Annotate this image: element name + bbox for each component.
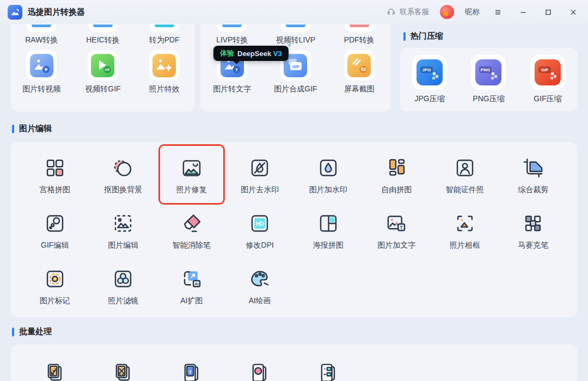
tool-item-batch-filter[interactable]	[226, 361, 295, 381]
tool-item-remove-watermark[interactable]: 图片去水印	[226, 156, 295, 195]
tool-item-heic-convert[interactable]: HEIC转换	[72, 24, 133, 45]
tool-item-photo-filter[interactable]: 照片滤镜	[89, 267, 158, 306]
batch-grid: T	[11, 345, 577, 381]
batch-crop-icon	[111, 361, 135, 381]
hot-compress-card: JPG JPG压缩 PNG	[400, 48, 577, 111]
tool-label: 智能消除笔	[173, 241, 211, 250]
converter-card-middle: 体验 DeepSeek V3 + LIVP转换 视频转LIVP	[200, 24, 391, 112]
tool-item-add-watermark[interactable]: 图片加水印	[294, 156, 363, 195]
tool-item-video-to-livp[interactable]: 视频转LIVP	[264, 24, 327, 45]
dpi-icon: HD	[248, 212, 272, 235]
tool-item-grid-collage[interactable]: 宫格拼图	[21, 156, 89, 195]
maximize-button[interactable]	[541, 7, 555, 18]
cut-row: LIVP转换 视频转LIVP PDF转换	[200, 24, 391, 45]
tool-label: GIF编辑	[41, 241, 69, 250]
tool-item-livp-convert[interactable]: LIVP转换	[201, 24, 264, 45]
tool-item-image-mark[interactable]: 图片标记	[21, 267, 89, 306]
svg-text:T: T	[235, 67, 238, 72]
tool-item-batch-add-text[interactable]: T	[157, 361, 226, 381]
tool-item-image-edit[interactable]: 图片编辑	[89, 212, 158, 250]
tool-item-comprehensive-crop[interactable]: 综合裁剪	[499, 156, 568, 195]
tool-item-id-photo[interactable]: 智能证件照	[431, 156, 499, 195]
tool-item-photo-effects[interactable]: 照片特效	[134, 50, 195, 94]
add-watermark-icon	[316, 156, 340, 180]
tool-label: JPG压缩	[415, 94, 445, 104]
tool-label: 图片转视频	[22, 84, 60, 94]
tool-item-pdf-convert[interactable]: PDF转换	[328, 24, 391, 45]
tool-label: 照片特效	[149, 84, 180, 94]
app-title: 迅捷图片转换器	[28, 7, 85, 17]
cutout-background-icon	[111, 156, 135, 180]
tool-label: 抠图换背景	[104, 185, 142, 195]
tool-item-raw-convert[interactable]: RAW转换	[11, 24, 72, 45]
tool-item-eraser-pen[interactable]: 智能消除笔	[157, 212, 226, 250]
avatar[interactable]	[440, 5, 454, 19]
cut-row: RAW转换 HEIC转换 转为PDF	[11, 24, 195, 45]
section-title: 批量处理	[19, 327, 52, 337]
free-collage-icon	[384, 156, 408, 180]
svg-text:PNG: PNG	[481, 67, 490, 72]
tool-item-dpi[interactable]: HD 修改DPI	[226, 212, 295, 250]
contact-support-button[interactable]: 联系客服	[387, 7, 429, 17]
contact-support-label: 联系客服	[400, 7, 429, 17]
image-mark-icon	[43, 267, 67, 291]
section-title: 热门压缩	[411, 31, 443, 41]
tool-item-gif-edit[interactable]: GIF编辑	[21, 212, 89, 250]
image-edit-card: 宫格拼图 抠图换背景 照片修复	[11, 142, 577, 317]
tool-item-batch-crop[interactable]	[89, 361, 158, 381]
deepseek-tooltip[interactable]: 体验 DeepSeek V3 +	[213, 46, 289, 61]
tool-label: 图片加水印	[309, 185, 347, 195]
tool-label: 智能证件照	[446, 185, 484, 195]
cut-icon	[150, 24, 179, 32]
remove-watermark-icon	[248, 156, 272, 180]
close-icon	[569, 9, 577, 16]
tool-item-video-to-gif[interactable]: GIF 视频转GIF	[72, 50, 133, 94]
svg-text:T: T	[188, 369, 192, 375]
tool-item-photo-repair[interactable]: 照片修复	[157, 156, 226, 195]
cut-icon	[217, 24, 247, 32]
tool-label: LIVP转换	[216, 35, 248, 45]
nickname[interactable]: 昵称	[465, 7, 480, 17]
minimize-button[interactable]	[516, 7, 530, 18]
tool-label: GIF压缩	[534, 94, 561, 104]
tool-item-screenshot[interactable]: 屏幕截图	[328, 50, 391, 94]
minimize-icon	[519, 9, 527, 16]
tool-item-ai-expand[interactable]: AI AI扩图	[157, 267, 226, 306]
tool-item-image-to-video[interactable]: 图片转视频	[11, 50, 72, 94]
section-accent-bar	[403, 32, 406, 41]
tool-item-gif-compress[interactable]: GIF GIF压缩	[530, 55, 565, 111]
tool-item-cutout-background[interactable]: 抠图换背景	[89, 156, 158, 195]
menu-button[interactable]	[491, 7, 505, 18]
sparkle-icon: +	[287, 41, 291, 49]
svg-text:JPG: JPG	[422, 67, 431, 72]
section-header-hot-compress: 热门压缩	[400, 24, 577, 48]
id-photo-icon	[453, 156, 477, 180]
tool-label: 屏幕截图	[344, 84, 375, 94]
batch-filter-icon	[248, 361, 272, 381]
tool-item-free-collage[interactable]: 自由拼图	[363, 156, 431, 195]
section-header-image-edit: 图片编辑	[12, 124, 577, 134]
tool-item-poster-collage[interactable]: 海报拼图	[294, 212, 363, 250]
tool-label: RAW转换	[25, 35, 58, 45]
tool-item-batch-format[interactable]	[294, 361, 363, 381]
tool-label: 照片修复	[176, 185, 207, 195]
tool-item-mosaic-pen[interactable]: 马赛克笔	[499, 212, 568, 250]
tool-item-ai-paint[interactable]: AI绘画	[226, 267, 295, 306]
converter-card-left: RAW转换 HEIC转换 转为PDF	[11, 24, 195, 112]
svg-text:GIF: GIF	[541, 67, 548, 72]
batch-resize-icon	[43, 361, 67, 381]
tool-item-jpg-compress[interactable]: JPG JPG压缩	[412, 55, 447, 111]
tool-item-add-text[interactable]: T 图片加文字	[363, 212, 431, 250]
tool-item-batch-resize[interactable]	[21, 361, 89, 381]
tool-item-to-pdf[interactable]: 转为PDF	[134, 24, 195, 45]
tool-label: 图片标记	[40, 296, 70, 306]
tool-item-png-compress[interactable]: PNG PNG压缩	[471, 55, 506, 111]
tool-label: PDF转换	[344, 35, 375, 45]
close-button[interactable]	[566, 7, 580, 18]
image-edit-icon	[111, 212, 135, 235]
svg-text:HD: HD	[256, 221, 264, 227]
tool-label: AI绘画	[249, 296, 271, 306]
tool-label: 视频转GIF	[85, 84, 120, 94]
tool-label: 自由拼图	[381, 185, 412, 195]
tool-item-photo-frame[interactable]: 照片相框	[431, 212, 499, 250]
